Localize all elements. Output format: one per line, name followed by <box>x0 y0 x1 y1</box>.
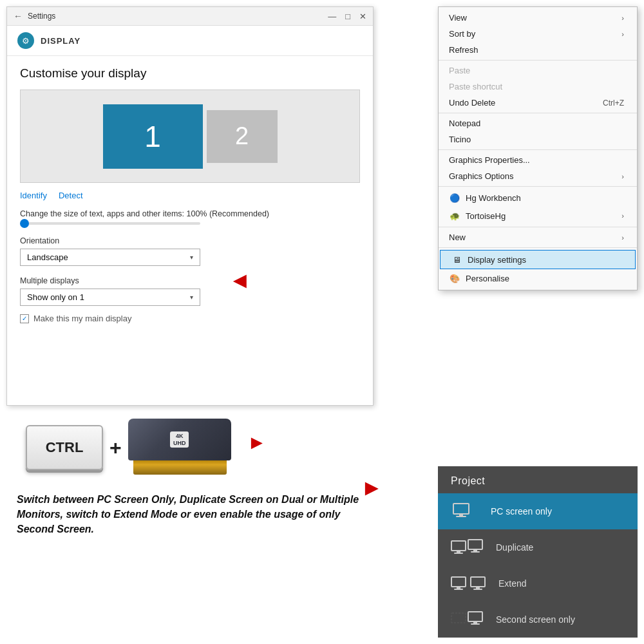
ctx-item-label: Hg Workbench <box>466 193 521 203</box>
ctx-item-label: Personalise <box>466 274 509 283</box>
hdmi-pins <box>133 460 227 475</box>
ctx-item-label: Graphics Options <box>449 171 513 181</box>
title-bar: ← Settings — □ ✕ <box>7 7 373 26</box>
project-item-icon <box>451 538 484 556</box>
context-menu-item[interactable]: Sort by› <box>439 26 637 42</box>
context-menu-item[interactable]: Notepad <box>439 115 637 131</box>
ctx-item-label: Refresh <box>449 45 478 55</box>
close-button[interactable]: ✕ <box>359 12 366 21</box>
context-menu-item[interactable]: 🔵Hg Workbench <box>439 189 637 207</box>
context-menu-item[interactable]: Graphics Options› <box>439 168 637 184</box>
window-controls: — □ ✕ <box>328 12 366 21</box>
monitor-2[interactable]: 2 <box>207 110 278 163</box>
monitor-1[interactable]: 1 <box>103 104 203 169</box>
project-items-container: PC screen only Duplicate Extend <box>438 493 638 638</box>
svg-rect-1 <box>459 514 463 516</box>
context-menu-item[interactable]: New› <box>439 229 637 245</box>
svg-rect-8 <box>471 551 480 553</box>
context-menu-item[interactable]: 🎨Personalise <box>439 269 637 287</box>
monitor-2-number: 2 <box>235 122 249 150</box>
main-display-checkbox[interactable]: ✓ <box>20 314 29 323</box>
ctx-item-label: Sort by <box>449 29 475 39</box>
project-item-icon <box>451 574 487 592</box>
context-menu-separator <box>439 247 637 248</box>
context-menu-item[interactable]: Ticino <box>439 131 637 147</box>
project-item-label: PC screen only <box>491 506 552 516</box>
project-item-label: Second screen only <box>496 614 575 625</box>
orientation-dropdown[interactable]: Landscape ▾ <box>20 249 200 266</box>
detect-link[interactable]: Detect <box>59 191 83 200</box>
left-arrow-icon: ◄ <box>229 267 251 293</box>
slider-track[interactable] <box>20 222 200 225</box>
minimize-button[interactable]: — <box>328 12 336 21</box>
maximize-button[interactable]: □ <box>345 12 350 21</box>
multiple-displays-dropdown-arrow: ▾ <box>190 294 193 301</box>
project-item-label: Duplicate <box>496 542 533 553</box>
ctx-item-label: Graphics Properties... <box>449 155 530 165</box>
hdmi-connector: 4K UHD ► <box>128 419 247 477</box>
multiple-displays-value: Show only on 1 <box>27 292 84 302</box>
context-menu-separator <box>439 186 637 187</box>
svg-rect-14 <box>473 589 482 590</box>
svg-rect-16 <box>468 612 482 621</box>
context-menu-item[interactable]: Undo DeleteCtrl+Z <box>439 95 637 111</box>
project-item[interactable]: Second screen only <box>438 601 638 638</box>
ctx-item-label: View <box>449 13 467 23</box>
ctrl-key: CTRL <box>26 425 103 470</box>
uhd-line1: 4K <box>176 433 184 439</box>
ctrl-key-label: CTRL <box>46 439 84 456</box>
context-menu-item: Paste <box>439 62 637 79</box>
context-menu-item[interactable]: View› <box>439 10 637 26</box>
project-item[interactable]: Extend <box>438 565 638 601</box>
project-panel-title: Project <box>438 466 638 493</box>
uhd-badge: 4K UHD <box>170 431 189 448</box>
back-arrow-icon[interactable]: ← <box>14 11 23 21</box>
ctx-item-label: Ticino <box>449 135 471 144</box>
orientation-value: Landscape <box>27 252 68 262</box>
ctrl-hdmi-area: CTRL + 4K UHD ► Switch between PC Screen… <box>6 412 374 638</box>
multiple-displays-dropdown[interactable]: Show only on 1 ▾ <box>20 289 200 306</box>
svg-rect-11 <box>454 589 463 590</box>
svg-rect-4 <box>457 551 460 553</box>
uhd-line2: UHD <box>173 440 186 446</box>
slider-thumb[interactable] <box>20 219 29 228</box>
identify-link[interactable]: Identify <box>20 191 47 200</box>
project-item-label: Extend <box>498 578 527 589</box>
slider-label: Change the size of text, apps and other … <box>20 209 360 218</box>
ctx-item-arrow-icon: › <box>621 30 624 38</box>
svg-rect-2 <box>456 516 466 517</box>
ctx-item-label: Undo Delete <box>449 98 495 108</box>
project-item[interactable]: PC screen only <box>438 493 638 529</box>
svg-rect-10 <box>457 587 460 589</box>
ctx-item-icon: 🔵 <box>449 192 460 204</box>
window-title: Settings <box>28 12 328 21</box>
main-display-checkbox-row: ✓ Make this my main display <box>20 314 360 323</box>
context-menu-separator <box>439 113 637 113</box>
svg-rect-12 <box>471 577 485 587</box>
ctx-item-label: TortoiseHg <box>466 211 506 221</box>
ctrl-key-row: CTRL + 4K UHD ► <box>6 419 374 477</box>
ctx-item-arrow-icon: › <box>621 14 624 22</box>
svg-rect-13 <box>476 587 480 589</box>
ctx-item-label: New <box>449 232 466 242</box>
ctx-item-arrow-icon: › <box>621 234 624 242</box>
ctx-item-arrow-icon: › <box>621 173 624 180</box>
context-menu-item[interactable]: 🐢TortoiseHg› <box>439 207 637 225</box>
context-menu-item[interactable]: Refresh <box>439 42 637 58</box>
svg-rect-7 <box>473 549 477 551</box>
context-menu: View›Sort by›RefreshPastePaste shortcutU… <box>438 6 638 290</box>
project-item-icon <box>451 502 479 520</box>
hdmi-right-arrow-icon: ► <box>247 431 267 453</box>
project-item[interactable]: Duplicate <box>438 529 638 565</box>
context-menu-item[interactable]: Graphics Properties... <box>439 152 637 168</box>
svg-rect-0 <box>453 504 469 514</box>
settings-header: ⚙ DISPLAY <box>7 26 373 56</box>
context-menu-item[interactable]: 🖥Display settings <box>440 250 636 269</box>
identify-detect-row: Identify Detect <box>20 191 360 200</box>
svg-rect-18 <box>471 623 480 625</box>
ctx-item-icon: 🖥 <box>451 254 462 265</box>
svg-rect-17 <box>473 621 477 623</box>
customise-title: Customise your display <box>20 66 360 80</box>
ctx-item-icon: 🎨 <box>449 272 460 284</box>
svg-rect-15 <box>451 613 466 623</box>
